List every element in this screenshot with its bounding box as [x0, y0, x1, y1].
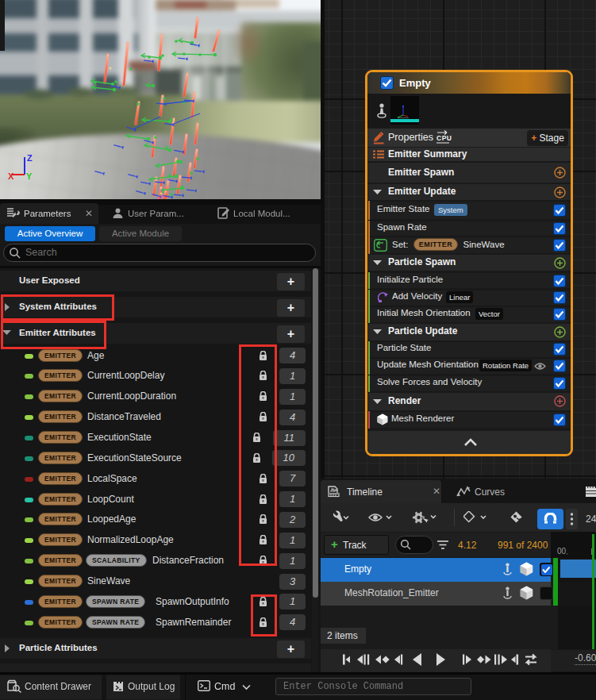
svg-text:Z: Z: [27, 153, 33, 163]
svg-text:Y: Y: [26, 171, 33, 181]
svg-text:CPU: CPU: [436, 134, 452, 142]
svg-text:X: X: [8, 171, 14, 181]
